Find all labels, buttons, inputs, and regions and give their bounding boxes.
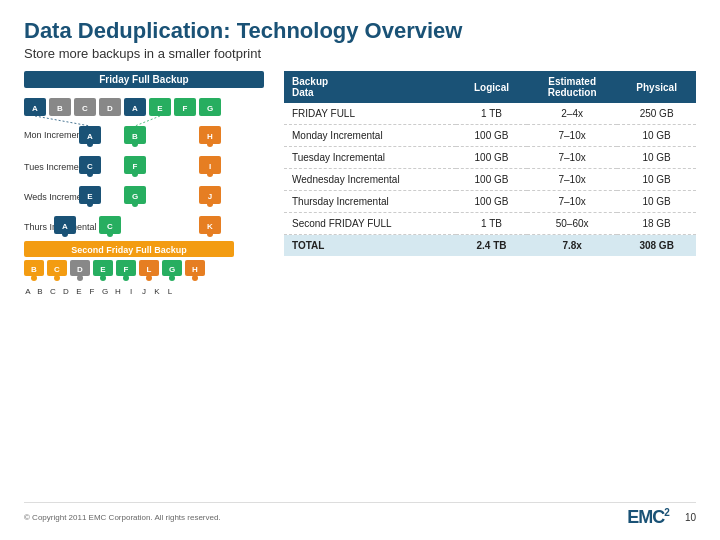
svg-text:E: E [100, 265, 106, 274]
svg-text:H: H [192, 265, 198, 274]
cell-logical: 1 TB [456, 213, 527, 235]
col-physical: Physical [617, 71, 696, 103]
svg-text:G: G [169, 265, 175, 274]
copyright-text: © Copyright 2011 EMC Corporation. All ri… [24, 513, 221, 522]
svg-point-55 [62, 231, 68, 237]
table-row: Wednesday Incremental100 GB7–10x10 GB [284, 169, 696, 191]
svg-line-26 [35, 116, 90, 126]
cell-logical: 100 GB [456, 125, 527, 147]
svg-point-78 [77, 275, 83, 281]
cell-reduction: 7–10x [527, 191, 617, 213]
cell-physical: 10 GB [617, 169, 696, 191]
svg-text:F: F [90, 287, 95, 296]
svg-text:C: C [54, 265, 60, 274]
cell-logical: 100 GB [456, 191, 527, 213]
cell-physical: 10 GB [617, 125, 696, 147]
cell-reduction: 50–60x [527, 213, 617, 235]
cell-backup-name: TOTAL [284, 235, 456, 257]
svg-text:E: E [87, 192, 93, 201]
col-reduction: EstimatedReduction [527, 71, 617, 103]
svg-text:H: H [115, 287, 121, 296]
svg-point-82 [169, 275, 175, 281]
cell-reduction: 7–10x [527, 125, 617, 147]
table-row: Second FRIDAY FULL1 TB50–60x18 GB [284, 213, 696, 235]
content-area: Friday Full Backup A B C D A E [24, 71, 696, 496]
cell-reduction: 7–10x [527, 147, 617, 169]
svg-point-56 [107, 231, 113, 237]
svg-point-24 [132, 141, 138, 147]
page: Data Deduplication: Technology Overview … [0, 0, 720, 540]
svg-point-35 [87, 171, 93, 177]
svg-text:A: A [87, 132, 93, 141]
col-backup: BackupData [284, 71, 456, 103]
svg-point-57 [207, 231, 213, 237]
svg-text:C: C [87, 162, 93, 171]
svg-text:G: G [132, 192, 138, 201]
svg-point-37 [207, 171, 213, 177]
cell-logical: 100 GB [456, 169, 527, 191]
svg-point-47 [207, 201, 213, 207]
svg-text:K: K [207, 222, 213, 231]
svg-text:F: F [133, 162, 138, 171]
friday-full-header: Friday Full Backup [24, 71, 264, 88]
cell-logical: 1 TB [456, 103, 527, 125]
page-subtitle: Store more backups in a smaller footprin… [24, 46, 696, 61]
page-number: 10 [685, 512, 696, 523]
cell-backup-name: Wednesday Incremental [284, 169, 456, 191]
svg-text:K: K [154, 287, 160, 296]
cell-reduction: 7–10x [527, 169, 617, 191]
svg-text:L: L [168, 287, 173, 296]
cell-reduction: 7.8x [527, 235, 617, 257]
svg-text:Second Friday Full Backup: Second Friday Full Backup [71, 245, 187, 255]
cell-backup-name: Second FRIDAY FULL [284, 213, 456, 235]
svg-text:D: D [63, 287, 69, 296]
svg-text:D: D [77, 265, 83, 274]
col-logical: Logical [456, 71, 527, 103]
footer: © Copyright 2011 EMC Corporation. All ri… [24, 502, 696, 528]
cell-physical: 18 GB [617, 213, 696, 235]
cell-backup-name: FRIDAY FULL [284, 103, 456, 125]
svg-point-36 [132, 171, 138, 177]
svg-text:B: B [132, 132, 138, 141]
svg-point-83 [192, 275, 198, 281]
svg-text:G: G [102, 287, 108, 296]
cell-logical: 100 GB [456, 147, 527, 169]
cell-physical: 10 GB [617, 147, 696, 169]
svg-text:F: F [124, 265, 129, 274]
svg-text:B: B [57, 104, 63, 113]
cell-physical: 308 GB [617, 235, 696, 257]
svg-text:G: G [207, 104, 213, 113]
svg-text:A: A [32, 104, 38, 113]
svg-line-27 [135, 116, 160, 126]
svg-text:F: F [183, 104, 188, 113]
page-title: Data Deduplication: Technology Overview [24, 18, 696, 44]
svg-text:J: J [208, 192, 212, 201]
svg-text:C: C [107, 222, 113, 231]
table-row: Thursday Incremental100 GB7–10x10 GB [284, 191, 696, 213]
svg-text:E: E [76, 287, 81, 296]
table-row: Tuesday Incremental100 GB7–10x10 GB [284, 147, 696, 169]
backup-table: BackupData Logical EstimatedReduction Ph… [284, 71, 696, 256]
svg-text:C: C [50, 287, 56, 296]
svg-point-46 [132, 201, 138, 207]
svg-text:L: L [147, 265, 152, 274]
svg-text:E: E [157, 104, 163, 113]
cell-physical: 10 GB [617, 191, 696, 213]
svg-text:A: A [132, 104, 138, 113]
svg-text:C: C [82, 104, 88, 113]
table-header-row: BackupData Logical EstimatedReduction Ph… [284, 71, 696, 103]
table-row: Monday Incremental100 GB7–10x10 GB [284, 125, 696, 147]
diagram-svg: A B C D A E F G Mon Incremental A [24, 98, 262, 328]
svg-point-79 [100, 275, 106, 281]
cell-physical: 250 GB [617, 103, 696, 125]
cell-reduction: 2–4x [527, 103, 617, 125]
table-row: TOTAL2.4 TB7.8x308 GB [284, 235, 696, 257]
svg-point-45 [87, 201, 93, 207]
cell-backup-name: Tuesday Incremental [284, 147, 456, 169]
diagram-container: Friday Full Backup A B C D A E [24, 71, 264, 496]
svg-point-77 [54, 275, 60, 281]
svg-text:B: B [31, 265, 37, 274]
svg-text:J: J [142, 287, 146, 296]
data-table: BackupData Logical EstimatedReduction Ph… [284, 71, 696, 496]
svg-point-76 [31, 275, 37, 281]
